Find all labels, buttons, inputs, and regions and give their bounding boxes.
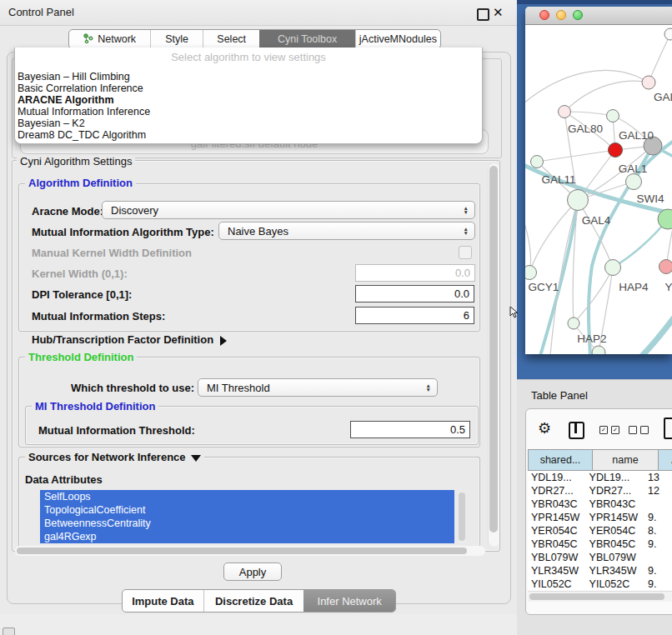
edge (525, 70, 649, 103)
node-gal4[interactable] (568, 190, 589, 211)
node-partial-top[interactable] (664, 28, 672, 40)
node-gal10[interactable] (607, 110, 619, 122)
data-attributes-label: Data Attributes (25, 473, 103, 486)
apply-button[interactable]: Apply (223, 562, 282, 581)
kernel-width-field[interactable]: 0.0 (355, 264, 475, 282)
attributes-scrollbar[interactable] (458, 492, 466, 543)
manual-kernel-checkbox[interactable] (459, 246, 472, 259)
node-gal-pink[interactable] (642, 76, 655, 89)
settings-horizontal-scrollbar[interactable] (15, 546, 485, 556)
float-window-icon[interactable] (477, 8, 489, 21)
node-gcy1[interactable] (525, 266, 537, 280)
settings-vscroll-thumb[interactable] (489, 166, 498, 532)
select-all-columns-icon[interactable]: ✓✓ (599, 426, 619, 434)
cell: YLR345W (586, 564, 644, 578)
dropdown-item-basic-correlation[interactable]: Basic Correlation Inference (16, 82, 479, 94)
cell: YBR045C (528, 538, 586, 551)
tab-cyni-toolbox[interactable]: Cyni Toolbox (259, 30, 354, 48)
export-table-icon[interactable] (664, 418, 672, 439)
attributes-scrollbar-thumb[interactable] (459, 492, 465, 541)
tab-jactivemnodules[interactable]: jActiveMNodules (355, 30, 440, 48)
list-item-betweennesscentrality[interactable]: BetweennessCentrality (40, 517, 454, 530)
hub-tf-expander[interactable]: Hub/Transcription Factor Definition (32, 333, 227, 346)
tab-select[interactable]: Select (203, 30, 260, 48)
node-label-gcy1: GCY1 (529, 281, 559, 293)
hub-tf-label: Hub/Transcription Factor Definition (32, 333, 213, 346)
aracne-mode-combo[interactable]: Discovery ▲▼ (102, 201, 475, 219)
table-row[interactable]: YLR345WYLR345W9. (528, 564, 672, 578)
mouse-cursor-icon (509, 307, 519, 321)
minimized-panel-icon[interactable] (3, 628, 15, 635)
cell: YIL052C (528, 578, 586, 590)
gear-icon[interactable]: ⚙ (538, 419, 551, 438)
tab-network[interactable]: Network (69, 30, 150, 48)
data-attributes-list: SelfLoops TopologicalCoefficient Between… (40, 490, 454, 543)
minimize-traffic-light-icon[interactable] (556, 10, 566, 20)
list-item-selfloops[interactable]: SelfLoops (40, 490, 454, 503)
node-gal80[interactable] (559, 106, 571, 118)
table-horizontal-scrollbar[interactable] (528, 591, 672, 602)
cell: YLR345W (528, 564, 586, 578)
dropdown-item-aracne[interactable]: ARACNE Algorithm (16, 94, 479, 106)
dropdown-item-mutual-information[interactable]: Mutual Information Inference (16, 106, 479, 118)
node-salmon[interactable] (659, 260, 672, 274)
dropdown-item-bayesian-hill[interactable]: Bayesian – Hill Climbing (16, 71, 479, 82)
edge (564, 112, 613, 116)
tab-style-label: Style (165, 33, 188, 45)
tab-impute-data[interactable]: Impute Data (123, 590, 203, 612)
network-canvas[interactable]: GAL GAL80 GAL10 GAL1 GAL11 SWI4 GAL4 GCY… (525, 24, 672, 354)
node-hap2[interactable] (568, 318, 579, 329)
node-hap4[interactable] (605, 260, 621, 276)
sources-expander[interactable]: Sources for Network Inference (25, 451, 204, 463)
node-gal11[interactable] (531, 156, 544, 168)
table-row[interactable]: YDL19...YDL19...13 (528, 471, 672, 484)
dropdown-item-bayesian-k2[interactable]: Bayesian – K2 (16, 118, 479, 129)
node-label-gal4: GAL4 (582, 214, 611, 227)
column-header-name[interactable]: name (593, 449, 659, 471)
mi-type-combo[interactable]: Naive Bayes ▲▼ (218, 222, 475, 240)
which-threshold-combo[interactable]: MI Threshold ▲▼ (198, 378, 438, 397)
table-row[interactable]: YER054CYER054C8. (528, 524, 672, 538)
settings-vertical-scrollbar[interactable] (488, 163, 499, 547)
zoom-traffic-light-icon[interactable] (573, 10, 583, 20)
column-header-shared-name[interactable]: shared... (528, 449, 593, 471)
dpi-tolerance-field[interactable]: 0.0 (355, 285, 474, 302)
mi-steps-field[interactable]: 6 (355, 307, 474, 324)
column-header-cut[interactable]: A (659, 449, 672, 471)
panel-title: Control Panel (8, 6, 74, 18)
node-label-gal80: GAL80 (568, 122, 603, 135)
dropdown-item-dream8[interactable]: Dream8 DC_TDC Algorithm (16, 129, 479, 141)
deselect-all-columns-icon[interactable] (629, 426, 649, 434)
tab-style[interactable]: Style (150, 30, 203, 48)
table-panel-body: ⚙ ✓✓ shared... name A YDL19...YDL19...13… (525, 408, 672, 615)
table-row[interactable]: YPR145WYPR145W9. (528, 511, 672, 524)
network-window-titlebar[interactable] (525, 7, 672, 25)
settings-hscroll-thumb[interactable] (17, 548, 467, 554)
table-row[interactable]: YIL052CYIL052C9. (528, 578, 672, 590)
tab-infer-network[interactable]: Infer Network (303, 590, 395, 612)
table-row[interactable]: YBR045CYBR045C9. (528, 538, 672, 551)
network-graph: GAL GAL80 GAL10 GAL1 GAL11 SWI4 GAL4 GCY… (525, 24, 672, 354)
node-gal1-selected[interactable] (609, 143, 623, 158)
list-item-gal4rgexp[interactable]: gal4RGexp (40, 530, 454, 543)
table-row[interactable]: YBR043CYBR043C (528, 498, 672, 511)
columns-divider (574, 423, 577, 433)
which-threshold-value: MI Threshold (198, 382, 270, 394)
edge (640, 316, 672, 354)
table-row[interactable]: YBL079WYBL079W (528, 551, 672, 564)
table-body[interactable]: YDL19...YDL19...13 YDR27...YDR27...12 YB… (528, 471, 672, 590)
table-hscroll-thumb[interactable] (529, 593, 664, 600)
table-row[interactable]: YDR27...YDR27...12 (528, 484, 672, 498)
node-swi4[interactable] (626, 174, 642, 190)
list-item-topologicalcoefficient[interactable]: TopologicalCoefficient (40, 503, 454, 517)
columns-icon[interactable] (569, 422, 584, 439)
dropdown-placeholder: Select algorithm to view settings (15, 51, 482, 63)
mi-type-label: Mutual Information Algorithm Type: (32, 226, 214, 238)
tab-discretize-data[interactable]: Discretize Data (203, 590, 304, 612)
mi-threshold-field[interactable]: 0.5 (350, 421, 470, 438)
close-traffic-light-icon[interactable] (539, 10, 549, 20)
desktop-top-strip (517, 0, 672, 4)
aracne-mode-label: Aracne Mode: (32, 205, 103, 218)
close-icon[interactable]: ✕ (493, 5, 504, 20)
algorithm-dropdown-list: Select algorithm to view settings Bayesi… (14, 48, 483, 144)
